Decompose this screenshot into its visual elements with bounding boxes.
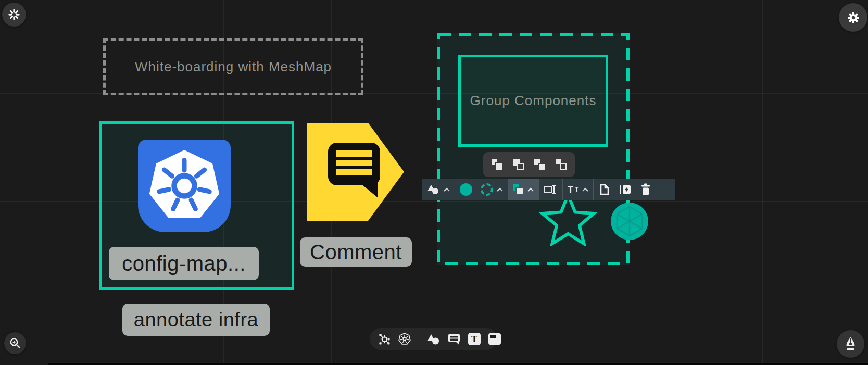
layer-order-icon (513, 184, 524, 195)
text-style-icon-small: T (575, 186, 578, 193)
whiteboard-note-box[interactable]: White-boarding with MeshMap (103, 38, 363, 95)
layer-order-button[interactable] (508, 179, 538, 200)
resize-width-icon (544, 184, 558, 195)
group-components-shape[interactable]: Group Components (458, 55, 608, 147)
comment-tool-icon[interactable] (448, 333, 460, 345)
component-label-text: config-map... (122, 252, 246, 275)
design-network-icon[interactable] (379, 333, 391, 345)
chevron-up-icon (497, 187, 503, 192)
settings-button[interactable] (839, 3, 867, 32)
component-label[interactable]: config-map... (109, 247, 259, 280)
dashed-stroke-icon (481, 183, 493, 196)
copy-icon[interactable] (598, 183, 610, 196)
chevron-up-icon (582, 187, 588, 192)
delete-trash-icon[interactable] (640, 183, 651, 196)
media-chip-bar (490, 335, 496, 338)
shapes-icon (426, 184, 440, 195)
zoom-button[interactable] (4, 332, 26, 354)
note-text: White-boarding with MeshMap (135, 59, 332, 75)
text-style-icon: T (568, 184, 573, 195)
shape-picker-button[interactable] (422, 179, 455, 200)
meshery-logo-icon (8, 9, 20, 20)
bring-forward-icon[interactable] (534, 159, 546, 170)
whiteboard-canvas[interactable]: White-boarding with MeshMap config-map..… (0, 0, 868, 365)
pen-nib-icon (844, 336, 857, 352)
shape-style-toolbar: T T (422, 179, 675, 200)
media-tool-icon[interactable] (488, 333, 501, 345)
kubernetes-icon (145, 147, 223, 225)
comment-label[interactable]: Comment (300, 237, 412, 267)
send-backward-icon[interactable] (513, 159, 524, 170)
pen-tool-button[interactable] (837, 330, 864, 358)
meshery-menu-button[interactable] (2, 3, 26, 27)
annotation-label-text: annotate infra (134, 309, 258, 331)
group-label-text: Group Components (470, 93, 597, 109)
annotation-label[interactable]: annotate infra (122, 304, 270, 336)
comment-bubble-icon (328, 143, 384, 200)
settings-gear-icon (846, 10, 861, 25)
chevron-up-icon (527, 187, 534, 192)
stroke-style-button[interactable] (481, 183, 503, 196)
layer-order-popup-toolbar (483, 152, 575, 177)
add-to-design-icon[interactable] (619, 183, 631, 196)
text-tool-icon[interactable]: T (468, 333, 481, 345)
bottom-edge-strip (48, 363, 868, 365)
star-shape[interactable] (534, 194, 602, 246)
chevron-up-icon (444, 187, 450, 192)
comment-label-text: Comment (310, 241, 402, 264)
comment-shape[interactable] (307, 123, 405, 221)
send-to-back-icon[interactable] (492, 159, 503, 170)
fill-color-button[interactable] (460, 183, 472, 196)
kubernetes-configmap-shape[interactable] (138, 140, 231, 232)
text-style-button[interactable]: T T (563, 179, 593, 200)
kubernetes-tool-icon[interactable] (398, 333, 411, 345)
shapes-tool-icon[interactable] (426, 334, 440, 345)
meshery-sphere-shape[interactable] (611, 203, 648, 240)
text-tool-glyph: T (471, 334, 477, 344)
tools-dock: T (370, 328, 497, 350)
bring-to-front-icon[interactable] (556, 159, 567, 170)
resize-width-button[interactable] (539, 179, 562, 200)
zoom-magnifier-icon (9, 337, 21, 349)
